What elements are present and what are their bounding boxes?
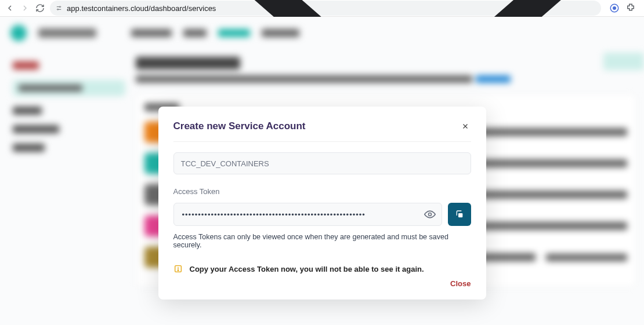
reload-button[interactable] <box>35 3 45 13</box>
token-warning: Copy your Access Token now, you will not… <box>173 264 471 273</box>
address-bar[interactable]: app.testcontainers.cloud/dashboard/servi… <box>50 1 601 16</box>
site-settings-icon <box>56 3 62 13</box>
token-note: Access Tokens can only be viewed once wh… <box>173 233 471 249</box>
extensions-icon[interactable] <box>625 3 636 13</box>
url-text: app.testcontainers.cloud/dashboard/servi… <box>67 4 216 13</box>
modal-header: Create new Service Account <box>173 120 471 132</box>
token-row: ••••••••••••••••••••••••••••••••••••••••… <box>173 203 471 226</box>
browser-chrome: app.testcontainers.cloud/dashboard/servi… <box>0 0 644 17</box>
copy-icon <box>455 210 464 219</box>
service-account-name-input[interactable] <box>173 152 471 174</box>
modal-title: Create new Service Account <box>173 120 306 132</box>
modal-overlay: Create new Service Account Access Token … <box>0 17 644 325</box>
svg-point-3 <box>613 7 616 10</box>
svg-rect-5 <box>458 213 462 217</box>
svg-point-4 <box>428 213 431 216</box>
chrome-right-icons <box>606 3 639 13</box>
copy-token-button[interactable] <box>448 203 471 226</box>
svg-point-7 <box>178 270 178 271</box>
reveal-token-button[interactable] <box>424 209 436 220</box>
eye-icon <box>424 209 436 220</box>
modal-close-button[interactable] <box>460 120 471 132</box>
warning-text: Copy your Access Token now, you will not… <box>190 265 424 273</box>
close-icon <box>461 122 469 130</box>
access-token-label: Access Token <box>173 187 471 196</box>
page: Create new Service Account Access Token … <box>0 17 644 325</box>
close-button[interactable]: Close <box>450 279 471 288</box>
forward-button[interactable] <box>20 3 30 13</box>
svg-point-0 <box>59 6 60 8</box>
back-button[interactable] <box>5 3 15 13</box>
token-masked-value: ••••••••••••••••••••••••••••••••••••••••… <box>182 210 366 219</box>
divider <box>173 141 471 142</box>
profile-icon[interactable] <box>609 3 620 13</box>
create-service-account-modal: Create new Service Account Access Token … <box>158 107 486 300</box>
warning-icon <box>173 264 183 273</box>
access-token-field[interactable]: ••••••••••••••••••••••••••••••••••••••••… <box>173 203 442 226</box>
svg-point-1 <box>57 9 59 10</box>
